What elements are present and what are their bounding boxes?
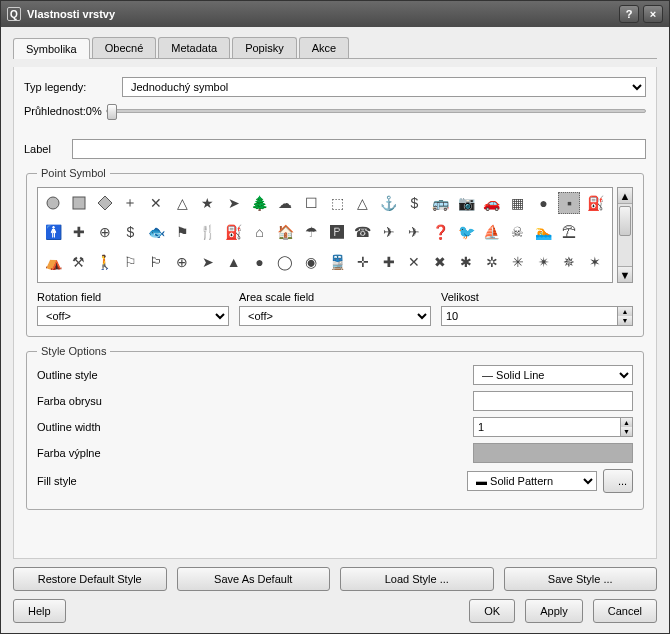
sym-ast5-icon[interactable]: ✵ [558, 251, 580, 273]
fill-style-select[interactable]: ▬ Solid Pattern [467, 471, 597, 491]
size-spinner[interactable]: ▲▼ [441, 306, 633, 326]
outline-width-input[interactable] [473, 417, 620, 437]
sym-reticle-icon[interactable]: ⊕ [171, 251, 193, 273]
sym-jet-icon[interactable]: ✈ [403, 221, 425, 243]
sym-donut-icon[interactable]: ◯ [274, 251, 296, 273]
sym-triangle-icon[interactable]: △ [171, 192, 193, 214]
sym-triangle-outline-icon[interactable]: △ [352, 192, 374, 214]
label-input[interactable] [72, 139, 646, 159]
sym-arrow-icon[interactable]: ➤ [223, 192, 245, 214]
sym-ast6-icon[interactable]: ✶ [584, 251, 606, 273]
sym-ast1-icon[interactable]: ✱ [455, 251, 477, 273]
help-button[interactable]: Help [13, 599, 66, 623]
rotation-field-select[interactable]: <off> [37, 306, 229, 326]
load-style-button[interactable]: Load Style ... [340, 567, 494, 591]
sym-parachute-icon[interactable]: ☂ [300, 221, 322, 243]
sym-plus-icon[interactable]: ＋ [119, 192, 141, 214]
sym-box-outline-icon[interactable]: ☐ [300, 192, 322, 214]
sym-dollar2-icon[interactable]: $ [119, 221, 141, 243]
fill-color-button[interactable] [473, 443, 633, 463]
legend-type-combo[interactable]: Jednoduchý symbol [122, 77, 646, 97]
outline-color-button[interactable] [473, 391, 633, 411]
sym-target-icon[interactable]: ⊕ [94, 221, 116, 243]
transparency-thumb[interactable] [107, 104, 117, 120]
sym-flag3-icon[interactable]: 🏳 [145, 251, 167, 273]
sym-ship-icon[interactable]: ⛵ [481, 221, 503, 243]
sym-gas-icon[interactable]: ⛽ [223, 221, 245, 243]
sym-ring-icon[interactable]: ◉ [300, 251, 322, 273]
sym-nav2-icon[interactable]: ▲ [223, 251, 245, 273]
sym-bullet-icon[interactable]: ● [249, 251, 271, 273]
help-titlebar-button[interactable]: ? [619, 5, 639, 23]
sym-cross-icon[interactable]: ✚ [68, 221, 90, 243]
tab-metadata[interactable]: Metadata [158, 37, 230, 58]
sym-person-icon[interactable]: 🚹 [42, 221, 64, 243]
sym-fish-icon[interactable]: 🐟 [145, 221, 167, 243]
sym-circle-icon[interactable] [42, 192, 64, 214]
spin-up-icon[interactable]: ▲ [618, 307, 632, 316]
cancel-button[interactable]: Cancel [593, 599, 657, 623]
apply-button[interactable]: Apply [525, 599, 583, 623]
sym-hiker-icon[interactable]: 🚶 [94, 251, 116, 273]
sym-x3-icon[interactable]: ✖ [429, 251, 451, 273]
tab-akce[interactable]: Akce [299, 37, 349, 58]
scroll-thumb[interactable] [619, 206, 631, 236]
sym-tent-icon[interactable]: ⛺ [42, 251, 64, 273]
sym-x-icon[interactable]: ✕ [145, 192, 167, 214]
sym-train-icon[interactable]: 🚆 [326, 251, 348, 273]
sym-swim-icon[interactable]: 🏊 [533, 221, 555, 243]
sym-house-icon[interactable]: ⌂ [249, 221, 271, 243]
sym-diamond-icon[interactable] [94, 192, 116, 214]
sym-ast3-icon[interactable]: ✳ [507, 251, 529, 273]
sym-bus-icon[interactable]: 🚌 [429, 192, 451, 214]
sym-flag-icon[interactable]: ⚑ [171, 221, 193, 243]
sym-grid-icon[interactable]: ▦ [507, 192, 529, 214]
restore-default-button[interactable]: Restore Default Style [13, 567, 167, 591]
sym-anchor-icon[interactable]: ⚓ [378, 192, 400, 214]
sym-square-icon[interactable] [68, 192, 90, 214]
sym-phone-icon[interactable]: ☎ [352, 221, 374, 243]
sym-cross2-icon[interactable]: ✛ [352, 251, 374, 273]
spin-down-icon[interactable]: ▼ [618, 316, 632, 325]
save-as-default-button[interactable]: Save As Default [177, 567, 331, 591]
sym-bird-icon[interactable]: 🐦 [455, 221, 477, 243]
outline-width-spinner[interactable]: ▲▼ [473, 417, 633, 437]
size-input[interactable] [441, 306, 617, 326]
sym-star-icon[interactable]: ★ [197, 192, 219, 214]
scroll-up-icon[interactable]: ▲ [618, 188, 632, 204]
symbol-scrollbar[interactable]: ▲ ▼ [617, 187, 633, 283]
ow-spin-up-icon[interactable]: ▲ [621, 418, 632, 427]
sym-selected-icon[interactable]: ▪ [558, 192, 580, 214]
legend-type-select[interactable]: Jednoduchý symbol [122, 77, 646, 97]
fill-style-more-button[interactable]: ... [603, 469, 633, 493]
sym-dot-icon[interactable]: ● [533, 192, 555, 214]
sym-plane-icon[interactable]: ✈ [378, 221, 400, 243]
sym-question-icon[interactable]: ❓ [429, 221, 451, 243]
ow-spin-down-icon[interactable]: ▼ [621, 427, 632, 436]
sym-car-icon[interactable]: 🚗 [481, 192, 503, 214]
transparency-slider[interactable] [106, 109, 646, 113]
sym-cloud-icon[interactable]: ☁ [274, 192, 296, 214]
areascale-field-select[interactable]: <off> [239, 306, 431, 326]
sym-camera-icon[interactable]: 📷 [455, 192, 477, 214]
scroll-down-icon[interactable]: ▼ [618, 266, 632, 282]
tab-symbolika[interactable]: Symbolika [13, 38, 90, 59]
sym-dollar-icon[interactable]: $ [403, 192, 425, 214]
sym-blank-icon[interactable] [584, 221, 606, 243]
sym-x2-icon[interactable]: ✕ [403, 251, 425, 273]
sym-hammer-icon[interactable]: ⚒ [68, 251, 90, 273]
sym-box-dotted-icon[interactable]: ⬚ [326, 192, 348, 214]
outline-style-select[interactable]: — Solid Line [473, 365, 633, 385]
sym-cross3-icon[interactable]: ✚ [378, 251, 400, 273]
tab-popisky[interactable]: Popisky [232, 37, 297, 58]
sym-skull-icon[interactable]: ☠ [507, 221, 529, 243]
tab-obecne[interactable]: Obecné [92, 37, 157, 58]
sym-ast2-icon[interactable]: ✲ [481, 251, 503, 273]
save-style-button[interactable]: Save Style ... [504, 567, 658, 591]
sym-ast4-icon[interactable]: ✴ [533, 251, 555, 273]
close-titlebar-button[interactable]: × [643, 5, 663, 23]
sym-flag2-icon[interactable]: ⚐ [119, 251, 141, 273]
sym-nav-icon[interactable]: ➤ [197, 251, 219, 273]
sym-fuel-icon[interactable]: ⛽ [584, 192, 606, 214]
sym-utensils-icon[interactable]: 🍴 [197, 221, 219, 243]
